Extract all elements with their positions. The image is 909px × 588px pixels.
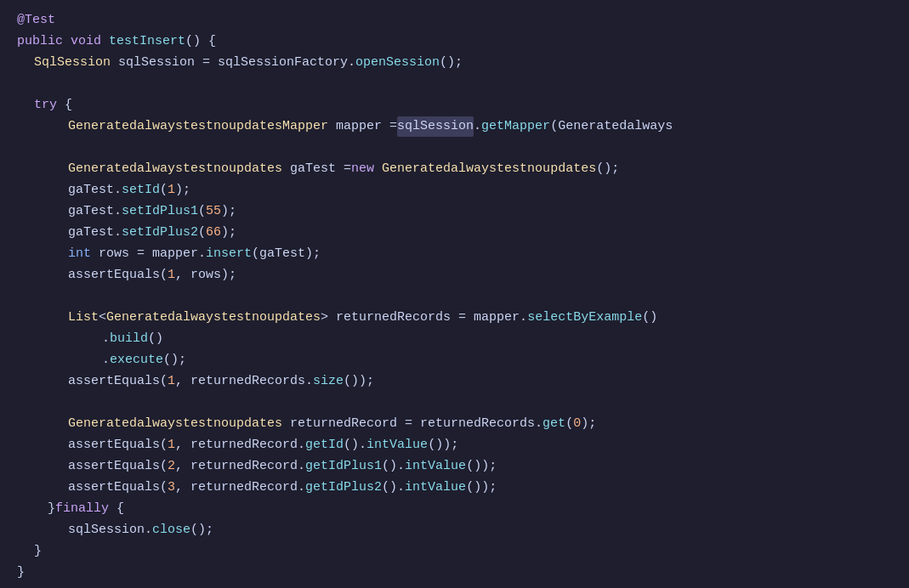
class-generatedalways-3: Generatedalwaystestnoupdates: [106, 308, 321, 328]
keyword-void: void: [71, 31, 101, 52]
method-size: size: [313, 371, 344, 392]
number-1-size: 1: [168, 371, 175, 392]
code-line-26: }: [0, 541, 909, 563]
class-generatedalways-2: Generatedalwaystestnoupdates: [382, 159, 596, 179]
class-mapper-type: GeneratedalwaystestnoupdatesMapper: [68, 116, 328, 137]
method-getmapper: getMapper: [481, 116, 550, 137]
keyword-int: int: [68, 244, 91, 264]
code-line-23: assertEquals( 3 , returnedRecord. getIdP…: [0, 478, 909, 499]
keyword-public: public: [17, 31, 63, 52]
method-execute: execute: [110, 350, 163, 370]
code-line-5: try {: [0, 95, 909, 116]
code-line-8: Generatedalwaystestnoupdates gaTest = ne…: [0, 159, 909, 180]
code-line-27: }: [0, 563, 909, 584]
code-line-12: int rows = mapper. insert (gaTest);: [0, 244, 909, 265]
class-generatedalways-1: Generatedalwaystestnoupdates: [68, 159, 282, 179]
method-close: close: [152, 520, 190, 540]
code-line-18: assertEquals( 1 , returnedRecords. size …: [0, 371, 909, 393]
class-list: List: [68, 308, 99, 328]
method-setidplus2: setIdPlus2: [122, 223, 198, 243]
method-get: get: [543, 414, 565, 434]
method-insert: insert: [206, 244, 252, 264]
number-2: 2: [168, 456, 175, 477]
code-line-15: List < Generatedalwaystestnoupdates > re…: [0, 308, 909, 329]
number-55: 55: [206, 201, 221, 222]
code-line-10: gaTest. setIdPlus1 ( 55 );: [0, 201, 909, 223]
annotation-test: @Test: [17, 10, 55, 31]
code-line-17: . execute ();: [0, 350, 909, 371]
code-line-7: [0, 138, 909, 159]
method-getidplus1: getIdPlus1: [305, 456, 382, 477]
code-line-1: @Test: [0, 10, 909, 31]
number-1-assert: 1: [168, 265, 175, 286]
number-0: 0: [573, 414, 581, 434]
method-opensession: openSession: [355, 53, 440, 73]
method-selectbyexample: selectByExample: [527, 308, 642, 328]
method-setid: setId: [122, 180, 160, 201]
method-setidplus1: setIdPlus1: [122, 201, 198, 222]
code-line-11: gaTest. setIdPlus2 ( 66 );: [0, 223, 909, 244]
code-line-16: . build (): [0, 329, 909, 350]
code-line-22: assertEquals( 2 , returnedRecord. getIdP…: [0, 456, 909, 478]
number-1-id: 1: [168, 435, 175, 455]
code-line-9: gaTest. setId ( 1 );: [0, 180, 909, 201]
method-build: build: [110, 329, 148, 349]
method-intvalue-3: intValue: [405, 478, 466, 498]
method-intvalue-2: intValue: [405, 456, 466, 477]
keyword-try: try: [34, 95, 57, 116]
code-line-20: Generatedalwaystestnoupdates returnedRec…: [0, 414, 909, 435]
code-line-24: } finally {: [0, 499, 909, 520]
code-editor: @Test public void testInsert () { SqlSes…: [0, 0, 909, 588]
method-testinsert: testInsert: [109, 31, 185, 52]
code-line-2: public void testInsert () {: [0, 31, 909, 53]
keyword-finally: finally: [55, 499, 109, 519]
method-getidplus2: getIdPlus2: [305, 478, 382, 498]
keyword-new: new: [351, 159, 374, 179]
code-line-3: SqlSession sqlSession = sqlSessionFactor…: [0, 53, 909, 74]
code-line-6: GeneratedalwaystestnoupdatesMapper mappe…: [0, 116, 909, 138]
code-line-14: [0, 286, 909, 308]
code-line-4: [0, 74, 909, 95]
number-66: 66: [206, 223, 221, 243]
class-generatedalways-4: Generatedalwaystestnoupdates: [68, 414, 282, 434]
highlight-sqlsession: sqlSession: [397, 116, 474, 137]
method-intvalue-1: intValue: [366, 435, 428, 455]
code-line-19: [0, 393, 909, 414]
class-sqlsession: SqlSession: [34, 53, 111, 73]
code-line-13: assertEquals( 1 , rows);: [0, 265, 909, 286]
number-1: 1: [168, 180, 175, 201]
number-3: 3: [168, 478, 175, 498]
code-line-21: assertEquals( 1 , returnedRecord. getId …: [0, 435, 909, 456]
code-line-25: sqlSession. close ();: [0, 520, 909, 541]
method-getid: getId: [305, 435, 344, 455]
